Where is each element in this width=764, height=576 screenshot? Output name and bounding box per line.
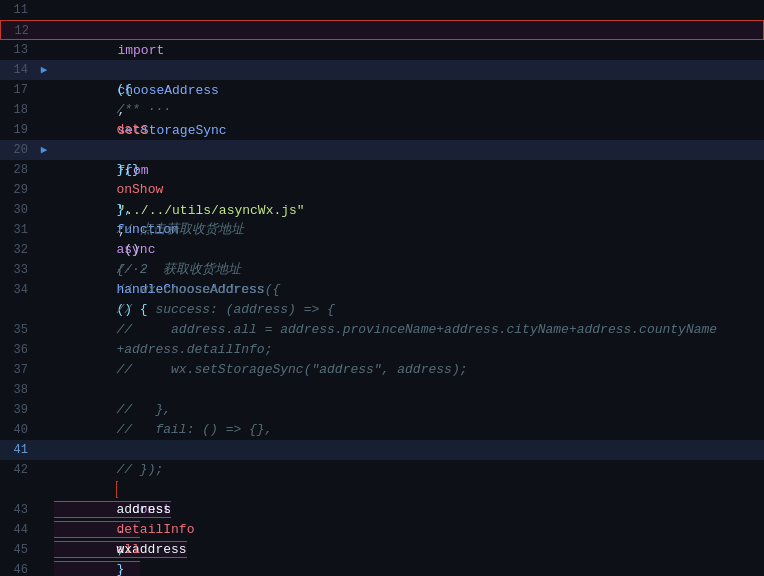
line-42[interactable]: 42 address . all = address . provinceNam… [0, 460, 764, 480]
line-20[interactable]: 20 ▶ onShow : function () {··· [0, 140, 764, 160]
line-30[interactable]: 30 async handleChooseAddress () { [0, 200, 764, 220]
line-31[interactable]: 31 // 2 获取收货地址 [0, 220, 764, 240]
line-17[interactable]: 17 data : { [0, 80, 764, 100]
line-18[interactable]: 18 address :{} [0, 100, 764, 120]
line-28[interactable]: 28 }, [0, 160, 764, 180]
code-content[interactable]: 11 12 import { chooseAddress , setStorag… [0, 0, 764, 576]
line-13[interactable]: 13 Page ({ [0, 40, 764, 60]
line-45[interactable]: 45 [0, 540, 764, 560]
line-19[interactable]: 19 }, [0, 120, 764, 140]
line-35[interactable]: 35 // wx.setStorageSync("address", addre… [0, 320, 764, 340]
line-29[interactable]: 29 // 点击获取收货地址 [0, 180, 764, 200]
line-33[interactable]: 33 // success: (address) => { [0, 260, 764, 280]
line-41[interactable]: 41 const address = await chooseAddress (… [0, 440, 764, 460]
line-42-cont[interactable]: detailInfo ; [0, 480, 764, 500]
line-12[interactable]: 12 import { chooseAddress , setStorageSy… [0, 20, 764, 40]
line-32[interactable]: 32 // wx.chooseAddress({ [0, 240, 764, 260]
line-44[interactable]: 44 } [0, 520, 764, 540]
line-34-cont[interactable]: +address.detailInfo; [0, 300, 764, 320]
code-editor: 11 12 import { chooseAddress , setStorag… [0, 0, 764, 576]
line-37[interactable]: 37 // }, [0, 360, 764, 380]
line-38[interactable]: 38 // fail: () => {}, [0, 380, 764, 400]
line-14[interactable]: 14 ▶ /** ··· [0, 60, 764, 80]
line-36[interactable]: 36 [0, 340, 764, 360]
line-46[interactable]: 46 }) [0, 560, 764, 576]
line-43[interactable]: 43 wx . setStorageSync ( "address" , add… [0, 500, 764, 520]
line-34[interactable]: 34 // address.all = address.provinceName… [0, 280, 764, 300]
line-39[interactable]: 39 // complete: () => {} [0, 400, 764, 420]
line-40[interactable]: 40 // }); [0, 420, 764, 440]
line-11[interactable]: 11 [0, 0, 764, 20]
